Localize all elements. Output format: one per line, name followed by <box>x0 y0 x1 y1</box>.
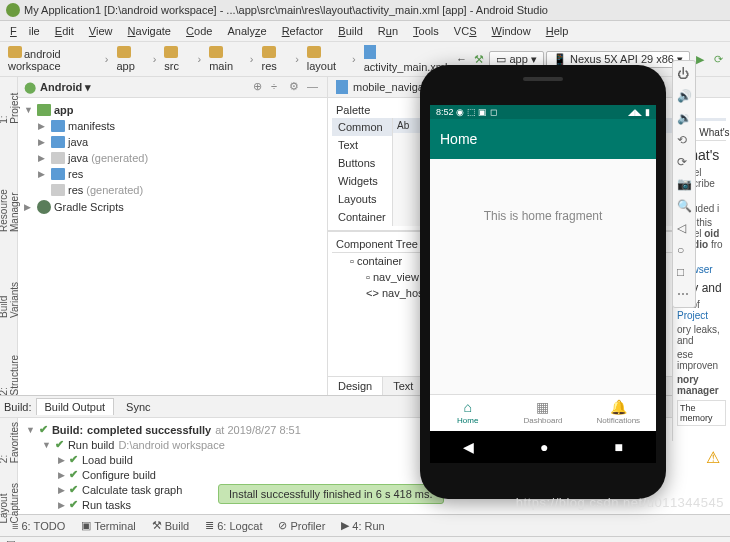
palette-cat-buttons[interactable]: Buttons <box>332 154 392 172</box>
android-logo-icon: ⬤ <box>24 81 36 94</box>
project-view-dropdown[interactable]: Android ▾ <box>40 81 249 94</box>
palette-cat-container[interactable]: Container <box>332 208 392 226</box>
home-icon[interactable]: ○ <box>677 243 691 257</box>
status-bar: ☐ Install successfully finished in 6 s 4… <box>0 536 730 542</box>
more-icon[interactable]: ⋯ <box>677 287 691 301</box>
tree-java-gen[interactable]: ▶java (generated) <box>24 150 321 166</box>
rail-favorites[interactable]: 2: Favorites <box>0 422 20 463</box>
side-tab-whatsnew[interactable]: What's <box>695 125 730 140</box>
back-icon[interactable]: ◁ <box>677 221 691 235</box>
rail-structure[interactable]: 2: Structure <box>0 348 20 395</box>
tab-text[interactable]: Text <box>383 377 424 395</box>
tab-terminal[interactable]: ▣ Terminal <box>73 517 144 534</box>
menu-analyze[interactable]: Analyze <box>221 23 272 39</box>
bottom-navigation: ⌂Home ▦Dashboard 🔔Notifications <box>430 394 656 431</box>
project-link[interactable]: Project <box>677 310 708 321</box>
phone-screen[interactable]: 8:52 ◉ ⬚ ▣ ◻ ◢◣ ▮ Home This is home frag… <box>430 105 656 463</box>
rail-layout-captures[interactable]: Layout Captures <box>0 483 20 524</box>
apply-changes-icon[interactable]: ⟳ <box>710 51 726 67</box>
overview-button[interactable]: ■ <box>615 439 623 455</box>
palette-cat-layouts[interactable]: Layouts <box>332 190 392 208</box>
tree-app[interactable]: ▼app <box>24 102 321 118</box>
module-icon <box>37 104 51 116</box>
project-tool-window: ⬤ Android ▾ ⊕ ÷ ⚙ — ▼app ▶manifests ▶jav… <box>18 77 328 395</box>
menu-navigate[interactable]: Navigate <box>122 23 177 39</box>
folder-icon <box>51 152 65 164</box>
collapse-icon[interactable]: ÷ <box>271 80 285 94</box>
nav-dashboard[interactable]: ▦Dashboard <box>505 395 580 431</box>
folder-icon <box>8 46 22 58</box>
breadcrumb-src[interactable]: src <box>160 45 193 73</box>
menu-refactor[interactable]: Refactor <box>276 23 330 39</box>
build-left-rail: 2: Favorites Layout Captures <box>0 418 18 514</box>
breadcrumb-root[interactable]: android workspace <box>4 45 101 73</box>
bell-icon: 🔔 <box>581 399 656 415</box>
nav-notifications[interactable]: 🔔Notifications <box>581 395 656 431</box>
folder-icon <box>307 46 321 58</box>
app-toolbar: Home <box>430 119 656 159</box>
palette-cat-widgets[interactable]: Widgets <box>332 172 392 190</box>
main-menu: File Edit View Navigate Code Analyze Ref… <box>0 21 730 42</box>
window-titlebar: My Application1 [D:\android workspace] -… <box>0 0 730 21</box>
rail-project[interactable]: 1: Project <box>0 85 20 124</box>
tree-res-gen[interactable]: res (generated) <box>24 182 321 198</box>
menu-code[interactable]: Code <box>180 23 218 39</box>
breadcrumb-res[interactable]: res <box>258 45 292 73</box>
tab-logcat[interactable]: ≣ 6: Logcat <box>197 517 270 534</box>
breadcrumb-app[interactable]: app <box>113 45 149 73</box>
home-button[interactable]: ● <box>540 439 548 455</box>
back-button[interactable]: ◀ <box>463 439 474 455</box>
folder-icon <box>164 46 178 58</box>
left-tool-rail: 1: Project Resource Manager Build Varian… <box>0 77 18 395</box>
power-icon[interactable]: ⏻ <box>677 67 691 81</box>
menu-window[interactable]: Window <box>486 23 537 39</box>
menu-edit[interactable]: Edit <box>49 23 80 39</box>
tab-run[interactable]: ▶ 4: Run <box>333 517 392 534</box>
rail-build-variants[interactable]: Build Variants <box>0 262 20 318</box>
menu-run[interactable]: Run <box>372 23 404 39</box>
tree-java[interactable]: ▶java <box>24 134 321 150</box>
rotate-left-icon[interactable]: ⟲ <box>677 133 691 147</box>
menu-file[interactable]: File <box>4 23 46 39</box>
project-tree[interactable]: ▼app ▶manifests ▶java ▶java (generated) … <box>18 98 327 395</box>
warning-icon[interactable]: ⚠ <box>706 448 720 467</box>
xml-file-icon <box>336 80 348 94</box>
overview-icon[interactable]: □ <box>677 265 691 279</box>
chevron-right-icon: › <box>352 53 356 65</box>
side-text: nory manager <box>677 374 726 396</box>
zoom-icon[interactable]: 🔍 <box>677 199 691 213</box>
menu-help[interactable]: Help <box>540 23 575 39</box>
rail-resource-manager[interactable]: Resource Manager <box>0 154 20 232</box>
menu-vcs[interactable]: VCS <box>448 23 483 39</box>
breadcrumb-layout[interactable]: layout <box>303 45 348 73</box>
window-title: My Application1 [D:\android workspace] -… <box>24 4 548 16</box>
tree-gradle[interactable]: ▶Gradle Scripts <box>24 198 321 216</box>
target-icon[interactable]: ⊕ <box>253 80 267 94</box>
side-text: ory leaks, and <box>677 324 726 346</box>
palette-cat-text[interactable]: Text <box>332 136 392 154</box>
emulator-window: 8:52 ◉ ⬚ ▣ ◻ ◢◣ ▮ Home This is home frag… <box>420 65 666 499</box>
nav-home[interactable]: ⌂Home <box>430 395 505 431</box>
menu-view[interactable]: View <box>83 23 119 39</box>
rotate-right-icon[interactable]: ⟳ <box>677 155 691 169</box>
tab-profiler[interactable]: ⊘ Profiler <box>270 517 333 534</box>
menu-build[interactable]: Build <box>332 23 368 39</box>
volume-down-icon[interactable]: 🔉 <box>677 111 691 125</box>
volume-up-icon[interactable]: 🔊 <box>677 89 691 103</box>
menu-tools[interactable]: Tools <box>407 23 445 39</box>
tree-manifests[interactable]: ▶manifests <box>24 118 321 134</box>
gear-icon[interactable]: ⚙ <box>289 80 303 94</box>
camera-icon[interactable]: 📷 <box>677 177 691 191</box>
fragment-content: This is home fragment <box>430 159 656 394</box>
emulator-toolbar: ⏻ 🔊 🔉 ⟲ ⟳ 📷 🔍 ◁ ○ □ ⋯ <box>672 60 696 308</box>
palette-cat-common[interactable]: Common <box>332 118 392 136</box>
tab-build-output[interactable]: Build Output <box>36 398 115 415</box>
tab-sync[interactable]: Sync <box>118 399 158 415</box>
tab-build[interactable]: ⚒ Build <box>144 517 197 534</box>
watermark: https://blog.csdn.net/u011344545 <box>516 495 724 510</box>
gradle-icon <box>37 200 51 214</box>
breadcrumb-main[interactable]: main <box>205 45 246 73</box>
tab-design[interactable]: Design <box>328 377 383 395</box>
tree-res[interactable]: ▶res <box>24 166 321 182</box>
hide-icon[interactable]: — <box>307 80 321 94</box>
